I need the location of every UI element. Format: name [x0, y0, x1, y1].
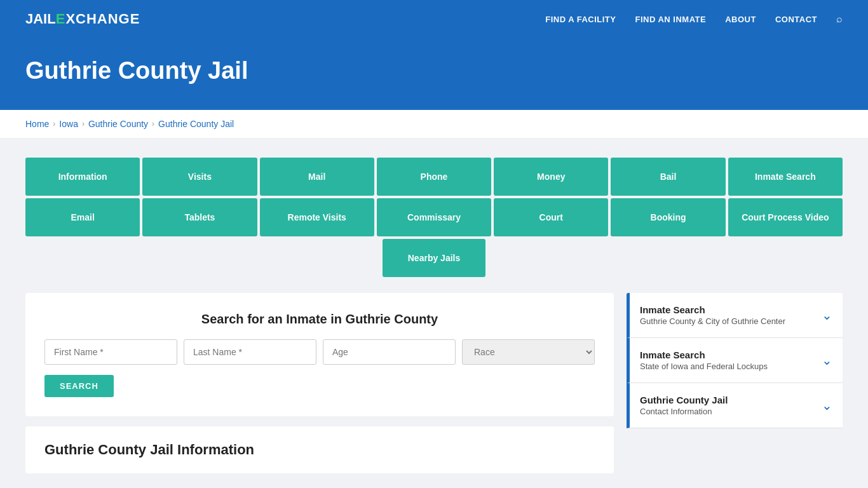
tile-email[interactable]: Email [25, 198, 140, 236]
nav-links: FIND A FACILITY FIND AN INMATE ABOUT CON… [545, 13, 843, 25]
breadcrumb: Home › Iowa › Guthrie County › Guthrie C… [25, 119, 843, 129]
logo[interactable]: JAILEXCHANGE [25, 11, 140, 27]
tile-row-3: Nearby Jails [25, 239, 843, 277]
navbar: JAILEXCHANGE FIND A FACILITY FIND AN INM… [0, 0, 868, 38]
breadcrumb-guthrie-county[interactable]: Guthrie County [88, 119, 148, 129]
breadcrumb-sep-3: › [152, 119, 154, 128]
lower-section: Search for an Inmate in Guthrie County R… [25, 293, 843, 473]
page-title: Guthrie County Jail [25, 57, 843, 85]
tile-inmate-search[interactable]: Inmate Search [728, 158, 843, 196]
main-area: Information Visits Mail Phone Money Bail… [0, 139, 868, 488]
search-icon-btn[interactable]: ⌕ [836, 13, 843, 25]
sidebar-label-2: Inmate Search [640, 349, 768, 360]
breadcrumb-iowa[interactable]: Iowa [59, 119, 78, 129]
sidebar-label-1: Inmate Search [640, 304, 785, 315]
chevron-down-icon-3: ⌄ [822, 398, 832, 413]
breadcrumb-bar: Home › Iowa › Guthrie County › Guthrie C… [0, 110, 868, 139]
tile-mail[interactable]: Mail [260, 158, 374, 196]
sidebar: Inmate Search Guthrie County & City of G… [627, 293, 843, 428]
race-select[interactable]: Race White Black Hispanic Asian Other [462, 339, 595, 365]
tile-nearby-jails[interactable]: Nearby Jails [383, 239, 486, 277]
info-heading: Guthrie County Jail Information [44, 442, 595, 458]
sidebar-sublabel-2: State of Iowa and Federal Lockups [640, 362, 768, 371]
first-name-input[interactable] [44, 339, 177, 365]
tile-bail[interactable]: Bail [611, 158, 725, 196]
chevron-down-icon-1: ⌄ [822, 308, 832, 323]
tile-tablets[interactable]: Tablets [142, 198, 257, 236]
breadcrumb-home[interactable]: Home [25, 119, 49, 129]
tile-phone[interactable]: Phone [377, 158, 491, 196]
tile-information[interactable]: Information [25, 158, 140, 196]
info-card: Guthrie County Jail Information [25, 426, 614, 473]
age-input[interactable] [323, 339, 456, 365]
sidebar-sublabel-1: Guthrie County & City of Guthrie Center [640, 316, 785, 326]
nav-about[interactable]: ABOUT [725, 15, 756, 24]
chevron-down-icon-2: ⌄ [822, 353, 832, 368]
hero-section: Guthrie County Jail [0, 38, 868, 110]
search-button[interactable]: SEARCH [44, 375, 114, 397]
search-form: Race White Black Hispanic Asian Other [44, 339, 595, 365]
left-column: Search for an Inmate in Guthrie County R… [25, 293, 614, 473]
tile-visits[interactable]: Visits [142, 158, 257, 196]
breadcrumb-current: Guthrie County Jail [158, 119, 234, 129]
inmate-search-card: Search for an Inmate in Guthrie County R… [25, 293, 614, 416]
tile-row-2: Email Tablets Remote Visits Commissary C… [25, 198, 843, 236]
nav-find-inmate[interactable]: FIND AN INMATE [635, 15, 706, 24]
tile-court-process-video[interactable]: Court Process Video [728, 198, 843, 236]
last-name-input[interactable] [184, 339, 316, 365]
sidebar-sublabel-3: Contact Information [640, 407, 728, 416]
inmate-search-heading: Search for an Inmate in Guthrie County [44, 312, 595, 327]
tile-court[interactable]: Court [494, 198, 608, 236]
sidebar-item-state-search[interactable]: Inmate Search State of Iowa and Federal … [627, 338, 843, 383]
sidebar-item-inmate-search[interactable]: Inmate Search Guthrie County & City of G… [627, 293, 843, 338]
tile-money[interactable]: Money [494, 158, 608, 196]
sidebar-item-contact[interactable]: Guthrie County Jail Contact Information … [627, 383, 843, 428]
tile-commissary[interactable]: Commissary [377, 198, 491, 236]
breadcrumb-sep-2: › [82, 119, 85, 128]
nav-contact[interactable]: CONTACT [775, 15, 817, 24]
tile-booking[interactable]: Booking [611, 198, 725, 236]
tile-remote-visits[interactable]: Remote Visits [260, 198, 374, 236]
nav-find-facility[interactable]: FIND A FACILITY [545, 15, 616, 24]
sidebar-label-3: Guthrie County Jail [640, 395, 728, 405]
breadcrumb-sep-1: › [53, 119, 55, 128]
tile-row-1: Information Visits Mail Phone Money Bail… [25, 158, 843, 196]
